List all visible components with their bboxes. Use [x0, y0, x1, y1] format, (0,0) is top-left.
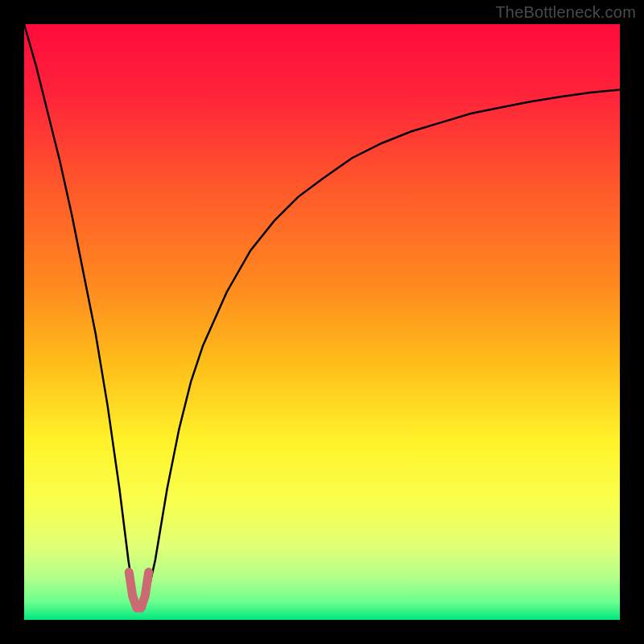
plot-background [24, 24, 620, 620]
bottleneck-chart [0, 0, 644, 644]
watermark-text: TheBottleneck.com [495, 3, 636, 22]
chart-canvas: TheBottleneck.com [0, 0, 644, 644]
